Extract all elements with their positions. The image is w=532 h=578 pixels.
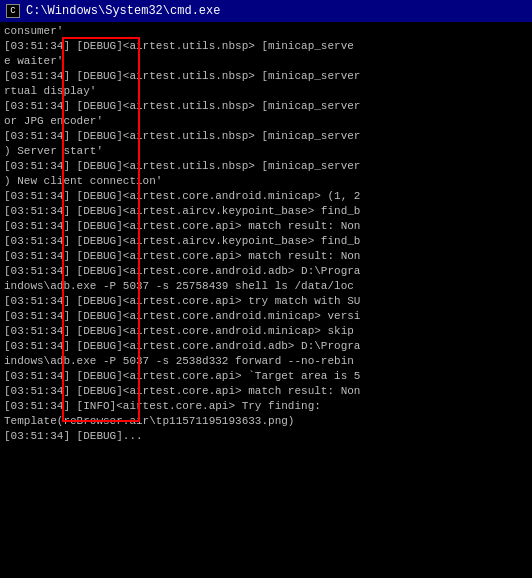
log-line: rtual display': [4, 84, 528, 99]
log-line: [03:51:34] [DEBUG]<airtest.aircv.keypoin…: [4, 234, 528, 249]
log-line: [03:51:34] [DEBUG]<airtest.core.api> mat…: [4, 219, 528, 234]
log-line: ) Server start': [4, 144, 528, 159]
log-line: [03:51:34] [DEBUG]<airtest.core.api> `Ta…: [4, 369, 528, 384]
log-line: [03:51:34] [DEBUG]<airtest.utils.nbsp> […: [4, 69, 528, 84]
log-line: Template(reBrowser.air\tp11571195193633.…: [4, 414, 528, 429]
log-line: [03:51:34] [DEBUG]<airtest.core.android.…: [4, 264, 528, 279]
log-line: [03:51:34] [DEBUG]<airtest.core.api> mat…: [4, 384, 528, 399]
log-line: [03:51:34] [DEBUG]<airtest.utils.nbsp> […: [4, 99, 528, 114]
log-line: indows\adb.exe -P 5037 -s 2538d332 forwa…: [4, 354, 528, 369]
log-line: or JPG encoder': [4, 114, 528, 129]
log-line: consumer': [4, 24, 528, 39]
log-line: [03:51:34] [DEBUG]<airtest.core.android.…: [4, 189, 528, 204]
log-line: [03:51:34] [INFO]<airtest.core.api> Try …: [4, 399, 528, 414]
log-line: e waiter': [4, 54, 528, 69]
title-bar-icon: C: [6, 4, 20, 18]
log-line: [03:51:34] [DEBUG]<airtest.aircv.keypoin…: [4, 204, 528, 219]
log-line: [03:51:34] [DEBUG]<airtest.core.android.…: [4, 309, 528, 324]
log-line: [03:51:34] [DEBUG]<airtest.core.android.…: [4, 324, 528, 339]
log-line: [03:51:34] [DEBUG]<airtest.utils.nbsp> […: [4, 159, 528, 174]
log-line: [03:51:34] [DEBUG]<airtest.utils.nbsp> […: [4, 39, 528, 54]
log-line: [03:51:34] [DEBUG]<airtest.core.api> mat…: [4, 249, 528, 264]
console-content: consumer'[03:51:34] [DEBUG]<airtest.util…: [0, 22, 532, 578]
log-line: [03:51:34] [DEBUG]...: [4, 429, 528, 444]
log-line: [03:51:34] [DEBUG]<airtest.core.api> try…: [4, 294, 528, 309]
title-bar-title: C:\Windows\System32\cmd.exe: [26, 4, 220, 18]
title-bar: C C:\Windows\System32\cmd.exe: [0, 0, 532, 22]
log-line: [03:51:34] [DEBUG]<airtest.core.android.…: [4, 339, 528, 354]
log-line: [03:51:34] [DEBUG]<airtest.utils.nbsp> […: [4, 129, 528, 144]
log-line: indows\adb.exe -P 5037 -s 25758439 shell…: [4, 279, 528, 294]
log-line: ) New client connection': [4, 174, 528, 189]
